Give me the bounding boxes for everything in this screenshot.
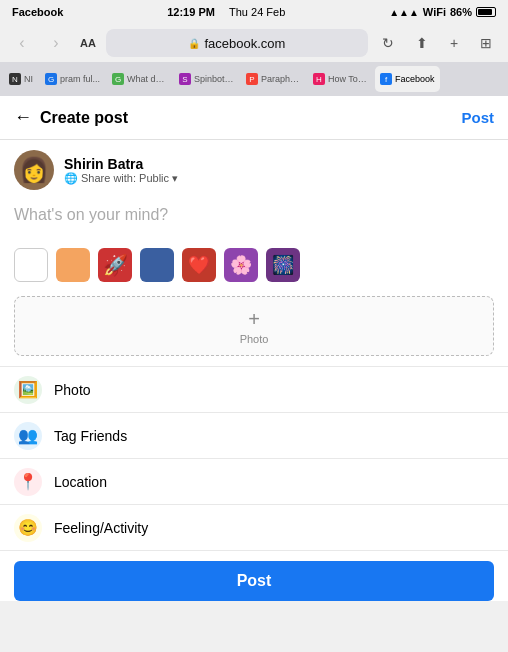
url-text: facebook.com — [204, 36, 285, 51]
lock-icon: 🔒 — [188, 38, 200, 49]
action-photo[interactable]: 🖼️ Photo — [0, 367, 508, 413]
dropdown-icon: ▾ — [172, 172, 178, 185]
tab-favicon-howto: H — [313, 73, 325, 85]
forward-nav-button[interactable]: › — [42, 29, 70, 57]
share-with[interactable]: 🌐 Share with: Public ▾ — [64, 172, 178, 185]
back-nav-button[interactable]: ‹ — [8, 29, 36, 57]
status-bar-right: ▲▲▲ WiFi 86% — [389, 6, 496, 18]
post-button[interactable]: Post — [14, 561, 494, 601]
bg-swatch-blue[interactable] — [140, 248, 174, 282]
tab-pram[interactable]: G pram ful... — [40, 66, 105, 92]
photo-plus-icon: + — [248, 308, 260, 331]
bg-swatch-dark-purple[interactable]: 🎆 — [266, 248, 300, 282]
background-selector: 🚀 ❤️ 🌸 🎆 — [0, 240, 508, 290]
photo-icon: 🖼️ — [14, 376, 42, 404]
wifi-icon: WiFi — [423, 6, 446, 18]
tab-favicon-spinbot: S — [179, 73, 191, 85]
tab-facebook[interactable]: f Facebook — [375, 66, 440, 92]
create-post-header: ← Create post Post — [0, 96, 508, 140]
battery-icon — [476, 7, 496, 17]
date: Thu 24 Feb — [229, 6, 285, 18]
tab-label-howto: How To Fix T... — [328, 74, 368, 84]
action-tag-friends[interactable]: 👥 Tag Friends — [0, 413, 508, 459]
bg-swatch-orange[interactable] — [56, 248, 90, 282]
aa-button[interactable]: AA — [76, 35, 100, 51]
globe-icon: 🌐 — [64, 172, 78, 185]
tab-label-pram: pram ful... — [60, 74, 100, 84]
bg-swatch-red[interactable]: ❤️ — [182, 248, 216, 282]
app-name: Facebook — [12, 6, 63, 18]
tab-favicon-ni: N — [9, 73, 21, 85]
action-photo-label: Photo — [54, 382, 91, 398]
tab-label-facebook: Facebook — [395, 74, 435, 84]
browser-toolbar: ‹ › AA 🔒 facebook.com ↻ ⬆ + ⊞ — [0, 24, 508, 62]
user-info: 👩 Shirin Batra 🌐 Share with: Public ▾ — [0, 140, 508, 200]
tab-label-paraphrase: Paraphrasin... — [261, 74, 301, 84]
tab-label-ni: NI — [24, 74, 33, 84]
action-feeling[interactable]: 😊 Feeling/Activity — [0, 505, 508, 551]
header-left: ← Create post — [14, 107, 128, 128]
battery-percent: 86% — [450, 6, 472, 18]
address-bar[interactable]: 🔒 facebook.com — [106, 29, 368, 57]
photo-add-area[interactable]: + Photo — [14, 296, 494, 356]
tab-what[interactable]: G What does A... — [107, 66, 172, 92]
bg-swatch-red-dark[interactable]: 🚀 — [98, 248, 132, 282]
status-bar-center: 12:19 PM Thu 24 Feb — [167, 6, 285, 18]
action-location-label: Location — [54, 474, 107, 490]
action-location[interactable]: 📍 Location — [0, 459, 508, 505]
action-tag-friends-label: Tag Friends — [54, 428, 127, 444]
page-title: Create post — [40, 109, 128, 127]
composer-area[interactable]: What's on your mind? — [0, 200, 508, 240]
bg-swatch-white[interactable] — [14, 248, 48, 282]
tag-friends-icon: 👥 — [14, 422, 42, 450]
avatar: 👩 — [14, 150, 54, 190]
tab-label-what: What does A... — [127, 74, 167, 84]
tabs-button[interactable]: ⊞ — [472, 29, 500, 57]
composer-placeholder: What's on your mind? — [14, 206, 168, 223]
tab-howto[interactable]: H How To Fix T... — [308, 66, 373, 92]
action-feeling-label: Feeling/Activity — [54, 520, 148, 536]
tab-favicon-what: G — [112, 73, 124, 85]
tab-label-spinbot: Spinbot - Ar... — [194, 74, 234, 84]
tab-favicon-paraphrase: P — [246, 73, 258, 85]
new-tab-button[interactable]: + — [440, 29, 468, 57]
user-name: Shirin Batra — [64, 156, 178, 172]
reload-button[interactable]: ↻ — [374, 29, 402, 57]
user-details: Shirin Batra 🌐 Share with: Public ▾ — [64, 156, 178, 185]
tab-paraphrase[interactable]: P Paraphrasin... — [241, 66, 306, 92]
time: 12:19 PM — [167, 6, 215, 18]
tab-ni[interactable]: N NI — [4, 66, 38, 92]
signal-icon: ▲▲▲ — [389, 7, 419, 18]
page-content: ← Create post Post 👩 Shirin Batra 🌐 Shar… — [0, 96, 508, 601]
back-button[interactable]: ← — [14, 107, 32, 128]
avatar-emoji: 👩 — [19, 156, 49, 184]
location-icon-emoji: 📍 — [18, 472, 38, 491]
tab-favicon-facebook: f — [380, 73, 392, 85]
photo-icon-emoji: 🖼️ — [18, 380, 38, 399]
status-bar-left: Facebook — [12, 6, 63, 18]
tab-spinbot[interactable]: S Spinbot - Ar... — [174, 66, 239, 92]
bg-swatch-purple[interactable]: 🌸 — [224, 248, 258, 282]
share-button[interactable]: ⬆ — [408, 29, 436, 57]
tag-friends-icon-emoji: 👥 — [18, 426, 38, 445]
tab-bar: N NI G pram ful... G What does A... S Sp… — [0, 62, 508, 96]
header-post-button[interactable]: Post — [461, 109, 494, 126]
share-with-label: Share with: Public — [81, 172, 169, 184]
toolbar-right-buttons: ⬆ + ⊞ — [408, 29, 500, 57]
feeling-icon-emoji: 😊 — [18, 518, 38, 537]
photo-area-label: Photo — [240, 333, 269, 345]
feeling-icon: 😊 — [14, 514, 42, 542]
tab-favicon-pram: G — [45, 73, 57, 85]
status-bar: Facebook 12:19 PM Thu 24 Feb ▲▲▲ WiFi 86… — [0, 0, 508, 24]
location-icon: 📍 — [14, 468, 42, 496]
